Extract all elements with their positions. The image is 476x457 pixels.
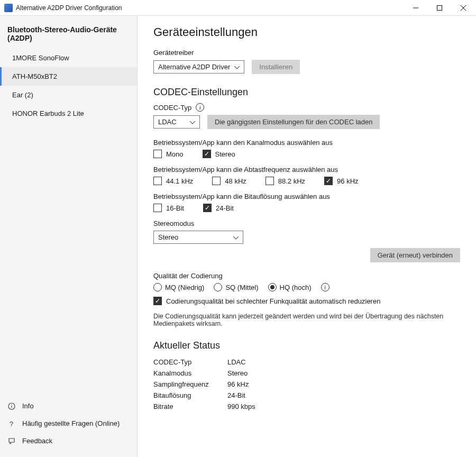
- quality-mq-radio[interactable]: MQ (Niedrig): [153, 283, 204, 291]
- codec-type-label: CODEC-Typ: [153, 104, 191, 112]
- chevron-down-icon: [190, 118, 195, 126]
- chevron-down-icon: [234, 63, 240, 71]
- quality-sq-radio[interactable]: SQ (Mittel): [214, 283, 258, 291]
- page-title: Geräteeinstellungen: [153, 25, 460, 39]
- stereo-checkbox[interactable]: Stereo: [203, 150, 235, 158]
- rate-96-checkbox[interactable]: 96 kHz: [324, 177, 358, 185]
- rate-44-checkbox[interactable]: 44.1 kHz: [153, 177, 193, 185]
- minimize-button[interactable]: [404, 0, 427, 15]
- info-link[interactable]: Info: [0, 397, 137, 415]
- app-icon: [4, 4, 13, 12]
- checkbox-icon: [212, 177, 221, 185]
- stereo-mode-label: Stereomodus: [153, 220, 460, 227]
- window-controls: [404, 0, 475, 15]
- mono-checkbox[interactable]: Mono: [153, 150, 184, 158]
- window-title: Alternative A2DP Driver Configuration: [16, 4, 404, 12]
- reconnect-button[interactable]: Gerät (erneut) verbinden: [370, 248, 460, 262]
- radio-icon: [214, 283, 222, 291]
- bits-24-checkbox[interactable]: 24-Bit: [203, 204, 234, 212]
- radio-icon: [268, 283, 277, 291]
- titlebar: Alternative A2DP Driver Configuration: [0, 0, 476, 16]
- stereo-mode-select[interactable]: Stereo: [153, 231, 243, 244]
- status-row: Bitrate990 kbps: [153, 401, 460, 412]
- faq-label: Häufig gestellte Fragen (Online): [22, 419, 120, 427]
- checkbox-icon: [324, 177, 333, 185]
- quality-label: Qualität der Codierung: [153, 272, 460, 280]
- load-defaults-button[interactable]: Die gängigsten Einstellungen für den COD…: [207, 115, 380, 129]
- quality-hq-radio[interactable]: HQ (hoch): [268, 283, 312, 291]
- info-label: Info: [22, 402, 34, 410]
- svg-point-5: [11, 404, 12, 405]
- chevron-down-icon: [233, 233, 239, 241]
- install-button[interactable]: Installieren: [252, 60, 300, 74]
- rate-88-checkbox[interactable]: 88.2 kHz: [266, 177, 305, 185]
- feedback-link[interactable]: Feedback: [0, 432, 137, 450]
- driver-select[interactable]: Alternative A2DP Driver: [153, 60, 244, 74]
- maximize-button[interactable]: [427, 0, 451, 15]
- question-icon: ?: [7, 420, 16, 427]
- rate-48-checkbox[interactable]: 48 kHz: [212, 177, 246, 185]
- sidebar: Bluetooth-Stereo-Audio-Geräte (A2DP) 1MO…: [0, 16, 138, 457]
- checkbox-icon: [153, 297, 162, 305]
- codec-section-heading: CODEC-Einstellungen: [153, 87, 460, 98]
- status-heading: Aktueller Status: [153, 340, 460, 351]
- feedback-icon: [7, 437, 16, 445]
- status-table: CODEC-TypLDAC KanalmodusStereo Samplingf…: [153, 357, 460, 412]
- svg-text:?: ?: [10, 420, 13, 427]
- faq-link[interactable]: ? Häufig gestellte Fragen (Online): [0, 415, 137, 432]
- device-item[interactable]: Ear (2): [0, 86, 137, 104]
- status-row: Bitauflösung24-Bit: [153, 390, 460, 401]
- status-row: KanalmodusStereo: [153, 368, 460, 379]
- sidebar-footer: Info ? Häufig gestellte Fragen (Online) …: [0, 394, 137, 457]
- device-item[interactable]: ATH-M50xBT2: [0, 67, 137, 86]
- codec-select[interactable]: LDAC: [153, 115, 200, 129]
- status-row: Samplingfrequenz96 kHz: [153, 379, 460, 390]
- content-panel: Geräteeinstellungen Gerätetreiber Altern…: [138, 16, 476, 457]
- checkbox-icon: [203, 150, 211, 158]
- device-item[interactable]: 1MORE SonoFlow: [0, 49, 137, 67]
- device-list: 1MORE SonoFlow ATH-M50xBT2 Ear (2) HONOR…: [0, 49, 137, 394]
- status-row: CODEC-TypLDAC: [153, 357, 460, 368]
- codec-select-value: LDAC: [158, 118, 177, 126]
- info-icon[interactable]: i: [196, 103, 204, 112]
- bit-depth-label: Betriebssystem/App kann die Bitauflösung…: [153, 193, 460, 200]
- bits-16-checkbox[interactable]: 16-Bit: [153, 204, 184, 212]
- driver-label: Gerätetreiber: [153, 49, 460, 57]
- info-icon: [7, 403, 16, 410]
- channel-mode-label: Betriebssystem/App kann den Kanalmodus a…: [153, 139, 460, 147]
- checkbox-icon: [203, 204, 212, 212]
- info-icon[interactable]: i: [321, 283, 329, 291]
- driver-select-value: Alternative A2DP Driver: [158, 63, 230, 71]
- auto-reduce-checkbox[interactable]: Codierungsqualität bei schlechter Funkqu…: [153, 297, 380, 305]
- checkbox-icon: [153, 150, 162, 158]
- svg-rect-1: [437, 5, 442, 10]
- sample-rate-label: Betriebssystem/App kann die Abtastfreque…: [153, 166, 460, 173]
- close-button[interactable]: [451, 0, 475, 15]
- checkbox-icon: [153, 177, 162, 185]
- radio-icon: [153, 283, 162, 291]
- checkbox-icon: [266, 177, 274, 185]
- stereo-mode-value: Stereo: [158, 233, 178, 241]
- checkbox-icon: [153, 204, 162, 212]
- quality-note: Die Codierungsqualität kann jederzeit ge…: [153, 313, 460, 327]
- feedback-label: Feedback: [22, 437, 52, 445]
- sidebar-header: Bluetooth-Stereo-Audio-Geräte (A2DP): [0, 21, 137, 49]
- device-item[interactable]: HONOR Earbuds 2 Lite: [0, 104, 137, 123]
